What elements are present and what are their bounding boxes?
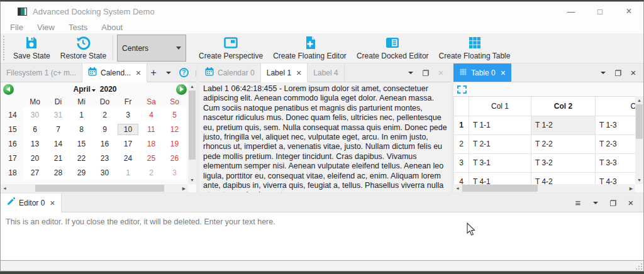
calendar-day[interactable]: 27: [23, 165, 47, 180]
table-cell[interactable]: T 2-3: [596, 134, 636, 153]
tab-label-4[interactable]: Label 4: [308, 63, 344, 82]
toolbar-drag-handle[interactable]: [3, 36, 6, 60]
calendar-day[interactable]: 5: [163, 107, 186, 122]
close-dock-button[interactable]: ×: [627, 67, 640, 79]
table-cell[interactable]: T 4-2: [531, 172, 596, 184]
tab-label-1[interactable]: Label 1 ×: [261, 63, 308, 82]
calendar-day[interactable]: 18: [140, 136, 163, 151]
table-viewport[interactable]: Col 1Col 2Col 3 1T 1-1T 1-2T 1-32T 2-1T …: [453, 96, 635, 184]
calendar-day[interactable]: 10: [116, 122, 140, 136]
table-cell[interactable]: T 3-3: [596, 153, 636, 172]
calendar-day[interactable]: 28: [47, 165, 70, 180]
undock-button[interactable]: [192, 67, 196, 79]
table-cell[interactable]: T 3-2: [531, 153, 596, 172]
calendar-day[interactable]: 12: [163, 122, 186, 136]
prev-month-button[interactable]: [3, 84, 14, 95]
calendar-day[interactable]: 7: [47, 122, 70, 136]
table-cell[interactable]: T 1-1: [469, 116, 531, 134]
tab-table-0[interactable]: Table 0 ×: [453, 63, 511, 82]
table-cell[interactable]: T 2-2: [531, 134, 596, 153]
row-header[interactable]: 1: [454, 116, 469, 134]
calendar-day[interactable]: 21: [47, 151, 70, 165]
create-floating-editor-button[interactable]: Create Floating Editor: [268, 33, 352, 63]
calendar-hscrollbar[interactable]: ◄ ►: [1, 184, 188, 192]
table-cell[interactable]: T 1-2: [531, 116, 596, 134]
column-header[interactable]: Col 2: [531, 97, 596, 116]
menu-view[interactable]: View: [30, 23, 62, 32]
next-month-button[interactable]: [176, 84, 187, 95]
calendar-vscrollbar[interactable]: ▲ ▼: [188, 82, 196, 184]
table-header[interactable]: Col 1Col 2Col 3: [454, 97, 636, 116]
calendar-day[interactable]: 15: [70, 136, 93, 151]
scroll-thumb[interactable]: [35, 185, 164, 192]
save-state-button[interactable]: Save State: [8, 33, 55, 63]
close-button[interactable]: ×: [614, 2, 643, 21]
help-button[interactable]: ?: [177, 67, 190, 79]
create-perspective-button[interactable]: Create Perspective: [194, 33, 268, 63]
tab-close-icon[interactable]: ×: [136, 68, 141, 78]
tab-editor-0[interactable]: Editor 0 ×: [1, 194, 62, 212]
calendar-day[interactable]: 17: [116, 136, 140, 151]
editor-menu-button[interactable]: ≡: [572, 197, 584, 209]
menu-file[interactable]: File: [3, 23, 30, 32]
calendar-year[interactable]: 2020: [100, 85, 117, 94]
row-header[interactable]: 2: [454, 134, 469, 153]
minimize-button[interactable]: —: [557, 2, 586, 21]
undock-button[interactable]: [612, 67, 625, 79]
calendar-day[interactable]: 30: [23, 107, 47, 122]
calendar-day[interactable]: 1: [70, 107, 93, 122]
calendar-month[interactable]: April: [73, 85, 90, 94]
scroll-thumb[interactable]: [462, 185, 538, 192]
undock-button[interactable]: [419, 67, 432, 79]
calendar-day[interactable]: 9: [93, 122, 116, 136]
table-cell[interactable]: T 3-1: [469, 153, 531, 172]
menu-about[interactable]: About: [94, 23, 130, 32]
calendar-day[interactable]: 13: [23, 136, 47, 151]
scroll-left-icon[interactable]: ◄: [1, 184, 9, 192]
table[interactable]: Col 1Col 2Col 3 1T 1-1T 1-2T 1-32T 2-1T …: [453, 97, 635, 184]
table-row[interactable]: 4T 4-1T 4-2T 4-3: [454, 172, 636, 184]
table-body[interactable]: 1T 1-1T 1-2T 1-32T 2-1T 2-2T 2-33T 3-1T …: [454, 116, 636, 184]
calendar-day[interactable]: 31: [47, 107, 70, 122]
scroll-right-icon[interactable]: ►: [627, 184, 635, 192]
tab-calendar-1[interactable]: Calend... ×: [82, 63, 147, 82]
table-cell[interactable]: T 4-3: [596, 172, 636, 184]
tab-menu-button[interactable]: [404, 67, 417, 79]
row-header[interactable]: 3: [454, 153, 469, 172]
calendar-day[interactable]: 20: [23, 151, 47, 165]
tab-menu-button[interactable]: [589, 197, 602, 209]
resize-grip[interactable]: [636, 263, 642, 270]
table-cell[interactable]: T 1-3: [596, 116, 636, 134]
tab-close-icon[interactable]: ×: [296, 68, 301, 78]
calendar-day[interactable]: 24: [116, 151, 140, 165]
close-dock-button[interactable]: ×: [625, 197, 637, 209]
maximize-button[interactable]: □: [586, 2, 614, 21]
create-floating-table-button[interactable]: Create Floating Table: [434, 33, 516, 63]
calendar-day[interactable]: 3: [116, 107, 140, 122]
table-cell[interactable]: T 4-1: [469, 172, 531, 184]
calendar-day[interactable]: 1: [116, 165, 140, 180]
calendar-day[interactable]: 3: [163, 165, 186, 180]
create-docked-editor-button[interactable]: Create Docked Editor: [352, 33, 434, 63]
calendar-day[interactable]: 19: [163, 136, 186, 151]
scroll-thumb[interactable]: [189, 90, 196, 160]
row-header[interactable]: 4: [454, 172, 469, 184]
calendar-day[interactable]: 16: [93, 136, 116, 151]
calendar-day[interactable]: 14: [47, 136, 70, 151]
scroll-down-icon[interactable]: ▼: [188, 176, 196, 184]
tab-menu-button[interactable]: [162, 67, 175, 79]
tab-menu-button[interactable]: [597, 67, 609, 79]
column-header[interactable]: Col 3: [596, 97, 636, 116]
calendar-day[interactable]: 25: [140, 151, 163, 165]
calendar-day[interactable]: 4: [140, 107, 163, 122]
calendar-title[interactable]: April2020: [14, 85, 176, 94]
table-cell[interactable]: T 2-1: [469, 134, 531, 153]
restore-state-button[interactable]: Restore State: [55, 33, 111, 63]
calendar-day[interactable]: 6: [23, 122, 47, 136]
tab-close-icon[interactable]: ×: [501, 68, 506, 78]
perspective-combobox[interactable]: Centers: [117, 35, 186, 62]
calendar-grid[interactable]: MoDiMiDoFrSaSo14303112345156789101112161…: [2, 96, 196, 180]
scroll-left-icon[interactable]: ◄: [453, 184, 462, 192]
calendar-day[interactable]: 29: [70, 165, 93, 180]
table-row[interactable]: 1T 1-1T 1-2T 1-3: [454, 116, 636, 134]
